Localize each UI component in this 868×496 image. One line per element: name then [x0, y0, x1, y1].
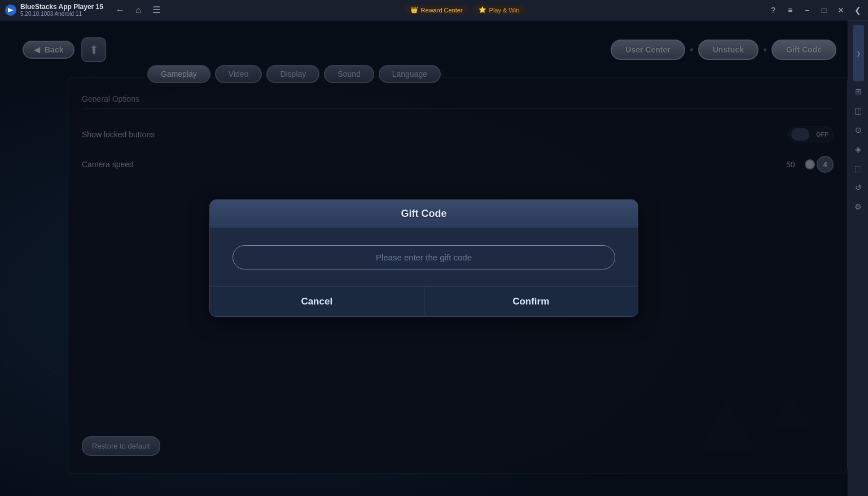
main-content: ◀ Back ⬆ User Center • Unstuck • Gift Co… [0, 20, 848, 496]
gift-dialog-confirm-button[interactable]: Confirm [424, 286, 638, 316]
titlebar-nav: ← ⌂ ☰ [112, 2, 164, 18]
sidebar-camera-icon[interactable]: ⊙ [849, 121, 867, 139]
sidebar-refresh-icon[interactable]: ↺ [849, 179, 867, 197]
gift-dialog-cancel-button[interactable]: Cancel [210, 286, 424, 316]
help-button[interactable]: ? [765, 2, 781, 18]
titlebar: BlueStacks App Player 15 5.20.10.1003 An… [0, 0, 868, 20]
nav-back-button[interactable]: ← [112, 2, 128, 18]
maximize-button[interactable]: □ [816, 2, 832, 18]
app-version: 5.20.10.1003 Android 11 [20, 11, 103, 17]
sidebar-apps-icon[interactable]: ⊞ [849, 82, 867, 101]
titlebar-center: 👑 Reward Center ⭐ Play & Win [164, 5, 765, 15]
sidebar-collapse-button[interactable]: ❮ [850, 2, 866, 18]
play-win-label: Play & Win [489, 7, 520, 14]
gift-dialog-title: Gift Code [401, 208, 447, 219]
right-sidebar: ❯ ⊞ ◫ ⊙ ◈ ⬚ ↺ ⚙ [848, 20, 868, 496]
star-icon: ⭐ [479, 6, 486, 14]
minimize-button[interactable]: − [799, 2, 815, 18]
gift-dialog-body [210, 228, 638, 286]
sidebar-expand-button[interactable]: ❯ [853, 25, 864, 81]
gift-dialog-header: Gift Code [210, 200, 638, 228]
sidebar-chart-icon[interactable]: ◈ [849, 140, 867, 158]
gift-code-input[interactable] [233, 245, 615, 269]
app-name: BlueStacks App Player 15 [20, 3, 103, 11]
play-win-badge[interactable]: ⭐ Play & Win [473, 5, 525, 15]
gift-code-dialog-overlay: Gift Code Cancel Confirm [0, 20, 848, 496]
reward-center-badge[interactable]: 👑 Reward Center [405, 5, 468, 15]
crown-icon: 👑 [410, 6, 418, 14]
titlebar-left: BlueStacks App Player 15 5.20.10.1003 An… [0, 3, 108, 17]
gift-dialog-footer: Cancel Confirm [210, 286, 638, 316]
sidebar-layers-icon[interactable]: ◫ [849, 102, 867, 120]
close-button[interactable]: ✕ [833, 2, 849, 18]
gift-code-dialog: Gift Code Cancel Confirm [209, 199, 638, 317]
nav-home-button[interactable]: ⌂ [130, 2, 146, 18]
nav-bookmarks-button[interactable]: ☰ [148, 2, 164, 18]
bluestacks-logo [5, 4, 17, 16]
menu-button[interactable]: ≡ [782, 2, 798, 18]
sidebar-settings-icon[interactable]: ⚙ [849, 198, 867, 216]
titlebar-right: ? ≡ − □ ✕ ❮ [765, 2, 868, 18]
reward-center-label: Reward Center [421, 7, 463, 14]
sidebar-screenshot-icon[interactable]: ⬚ [849, 159, 867, 177]
